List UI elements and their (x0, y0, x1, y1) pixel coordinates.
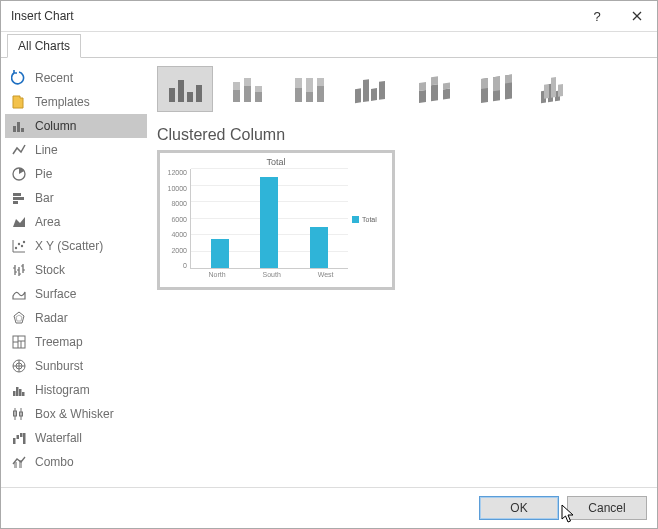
sidebar-item-label: Surface (35, 287, 76, 301)
sidebar-item-label: Box & Whisker (35, 407, 114, 421)
sidebar-item-pie[interactable]: Pie (5, 162, 147, 186)
chart-legend: Total (348, 169, 386, 269)
svg-rect-60 (295, 78, 302, 88)
treemap-icon (11, 334, 27, 350)
column-subtype-row (157, 66, 645, 112)
sidebar-item-label: Line (35, 143, 58, 157)
sidebar-item-label: Waterfall (35, 431, 82, 445)
svg-rect-54 (233, 82, 240, 90)
sidebar-item-line[interactable]: Line (5, 138, 147, 162)
line-icon (11, 142, 27, 158)
sidebar-item-recent[interactable]: Recent (5, 66, 147, 90)
svg-rect-85 (551, 77, 556, 98)
recent-icon (11, 70, 27, 86)
svg-rect-67 (371, 88, 377, 101)
radar-icon (11, 310, 27, 326)
combo-icon (11, 454, 27, 470)
subtype-stacked-column[interactable] (219, 66, 275, 112)
dialog-title: Insert Chart (11, 9, 577, 23)
sidebar-item-combo[interactable]: Combo (5, 450, 147, 474)
subtype-3d-clustered-column[interactable] (343, 66, 399, 112)
sidebar-item-surface[interactable]: Surface (5, 282, 147, 306)
svg-rect-70 (419, 82, 426, 91)
subtype-3d-stacked-column[interactable] (405, 66, 461, 112)
svg-rect-36 (16, 387, 19, 396)
chart-preview[interactable]: Total 12000 10000 8000 6000 4000 2000 0 (157, 150, 395, 290)
sidebar-item-radar[interactable]: Radar (5, 306, 147, 330)
sidebar-item-box-whisker[interactable]: Box & Whisker (5, 402, 147, 426)
svg-rect-76 (481, 78, 488, 89)
sidebar-item-column[interactable]: Column (5, 114, 147, 138)
tab-all-charts[interactable]: All Charts (7, 34, 81, 58)
svg-rect-37 (19, 389, 22, 396)
dialog-footer: OK Cancel (1, 487, 657, 528)
subtype-100-stacked-column[interactable] (281, 66, 337, 112)
dialog-body: Recent Templates Column Line (1, 58, 657, 487)
svg-rect-57 (255, 92, 262, 102)
sidebar-item-label: Combo (35, 455, 74, 469)
svg-rect-68 (379, 81, 385, 100)
scatter-icon (11, 238, 27, 254)
cancel-button[interactable]: Cancel (567, 496, 647, 520)
sidebar-item-label: Area (35, 215, 60, 229)
sidebar-item-label: Bar (35, 191, 54, 205)
legend-swatch (352, 216, 359, 223)
sidebar-item-label: Sunburst (35, 359, 83, 373)
svg-rect-7 (13, 197, 24, 200)
svg-rect-84 (544, 84, 549, 99)
svg-point-12 (18, 243, 20, 245)
sidebar-item-histogram[interactable]: Histogram (5, 378, 147, 402)
ok-button[interactable]: OK (479, 496, 559, 520)
chart-bar (310, 227, 328, 268)
histogram-icon (11, 382, 27, 398)
svg-rect-44 (17, 435, 20, 439)
svg-rect-65 (355, 88, 361, 103)
svg-rect-35 (13, 391, 16, 396)
svg-rect-69 (419, 90, 426, 103)
svg-rect-6 (13, 193, 21, 196)
close-button[interactable] (617, 1, 657, 31)
svg-point-13 (21, 245, 23, 247)
chart-bar (211, 239, 229, 268)
svg-rect-56 (244, 78, 251, 86)
svg-rect-80 (505, 75, 512, 84)
tab-strip: All Charts (1, 32, 657, 58)
sidebar-item-bar[interactable]: Bar (5, 186, 147, 210)
column-icon (11, 118, 27, 134)
svg-point-14 (23, 241, 25, 243)
sidebar-item-sunburst[interactable]: Sunburst (5, 354, 147, 378)
box-whisker-icon (11, 406, 27, 422)
svg-rect-51 (187, 92, 193, 102)
titlebar: Insert Chart ? (1, 1, 657, 32)
sidebar-item-area[interactable]: Area (5, 210, 147, 234)
svg-rect-66 (363, 79, 369, 102)
sunburst-icon (11, 358, 27, 374)
main-panel: Clustered Column Total 12000 10000 8000 … (151, 58, 657, 487)
area-icon (11, 214, 27, 230)
subtype-3d-100-stacked-column[interactable] (467, 66, 523, 112)
sidebar-item-waterfall[interactable]: Waterfall (5, 426, 147, 450)
sidebar-item-label: Recent (35, 71, 73, 85)
sidebar-item-label: Stock (35, 263, 65, 277)
sidebar-item-stock[interactable]: Stock (5, 258, 147, 282)
sidebar-item-label: Column (35, 119, 76, 133)
svg-rect-2 (13, 126, 16, 132)
sidebar-item-label: Templates (35, 95, 90, 109)
sidebar-item-scatter[interactable]: X Y (Scatter) (5, 234, 147, 258)
chart-bar (260, 177, 278, 268)
chart-y-axis: 12000 10000 8000 6000 4000 2000 0 (166, 169, 190, 269)
sidebar-item-templates[interactable]: Templates (5, 90, 147, 114)
sidebar-item-treemap[interactable]: Treemap (5, 330, 147, 354)
bar-icon (11, 190, 27, 206)
subtype-clustered-column[interactable] (157, 66, 213, 112)
svg-rect-78 (493, 76, 500, 91)
svg-point-11 (15, 247, 17, 249)
waterfall-icon (11, 430, 27, 446)
sidebar-item-label: Histogram (35, 383, 90, 397)
pie-icon (11, 166, 27, 182)
subtype-3d-column[interactable] (529, 66, 585, 112)
svg-rect-62 (306, 78, 313, 92)
help-button[interactable]: ? (577, 1, 617, 31)
legend-label: Total (362, 216, 377, 223)
svg-rect-53 (233, 90, 240, 102)
